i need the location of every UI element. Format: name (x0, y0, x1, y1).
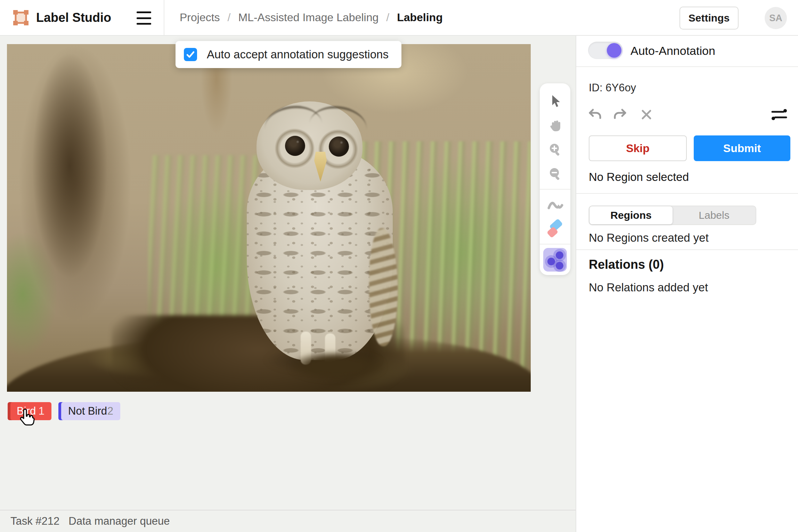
mouse-cursor-hand-icon (18, 408, 38, 429)
sliders-icon (771, 107, 788, 122)
zoom-out-tool-button[interactable] (543, 162, 567, 186)
breadcrumb-separator: / (386, 11, 389, 24)
redo-icon (612, 108, 628, 122)
label-chip-hotkey: 2 (107, 405, 113, 417)
hamburger-menu-icon[interactable] (137, 11, 151, 25)
pan-tool-button[interactable] (543, 113, 567, 138)
hamburger-bar (137, 23, 151, 25)
queue-name: Data manager queue (68, 515, 170, 527)
label-chip-text: Not Bird (68, 405, 107, 417)
hamburger-bar (137, 11, 151, 13)
magic-wand-tool-button-active[interactable] (543, 248, 567, 272)
sidebar-divider (576, 193, 798, 194)
undo-icon (587, 108, 603, 122)
skip-button[interactable]: Skip (589, 135, 687, 161)
breadcrumb-projects[interactable]: Projects (180, 11, 220, 24)
auto-accept-popup: Auto accept annotation suggestions (176, 41, 401, 68)
owl-eye (285, 136, 305, 156)
skip-button-label: Skip (626, 142, 650, 155)
eraser-tool-button[interactable] (543, 217, 567, 241)
breadcrumb-current-labeling: Labeling (397, 11, 443, 24)
hand-icon (547, 118, 563, 133)
annotation-toolbar (540, 83, 570, 275)
magic-wand-dot (547, 258, 555, 265)
auto-annotation-toggle[interactable] (588, 42, 623, 59)
toolbar-divider (540, 244, 570, 244)
reset-button[interactable] (638, 107, 655, 122)
task-image-canvas[interactable] (7, 44, 531, 392)
settings-button-label: Settings (689, 12, 730, 24)
undo-button[interactable] (587, 107, 603, 122)
auto-annotation-label: Auto-Annotation (630, 44, 715, 58)
annotation-sidebar: Auto-Annotation ID: 6Y6oy Skip Submit No… (576, 36, 798, 532)
top-header: Label Studio Projects / ML-Assisted Imag… (0, 0, 798, 36)
submit-button[interactable]: Submit (694, 135, 790, 161)
tab-regions[interactable]: Regions (589, 206, 673, 224)
breadcrumb: Projects / ML-Assisted Image Labeling / … (180, 0, 443, 35)
zoom-out-icon (547, 166, 563, 182)
no-region-text: No Region selected (589, 171, 689, 184)
toggle-knob (607, 43, 621, 58)
cursor-tool-button[interactable] (543, 89, 567, 113)
breadcrumb-separator: / (228, 11, 231, 24)
avatar-initials: SA (769, 13, 782, 24)
regions-labels-tabs: Regions Labels (589, 206, 756, 225)
sidebar-divider (576, 249, 798, 250)
auto-accept-checkbox[interactable] (184, 48, 197, 61)
breadcrumb-project-name[interactable]: ML-Assisted Image Labeling (238, 11, 378, 24)
auto-accept-label[interactable]: Auto accept annotation suggestions (207, 48, 389, 61)
checkmark-icon (186, 50, 195, 59)
annotation-id: ID: 6Y6oy (589, 82, 636, 94)
task-number: Task #212 (10, 515, 59, 527)
relations-section-title: Relations (0) (589, 257, 664, 272)
toolbar-divider (540, 189, 570, 190)
tab-labels[interactable]: Labels (673, 206, 756, 224)
task-status-bar: Task #212 Data manager queue (0, 510, 576, 532)
close-icon (640, 108, 653, 121)
tab-regions-label: Regions (610, 209, 651, 221)
zoom-in-tool-button[interactable] (543, 138, 567, 162)
relations-empty-text: No Relations added yet (589, 281, 708, 294)
label-chip-hotkey: 1 (39, 405, 44, 417)
zoom-in-icon (547, 142, 563, 157)
redo-button[interactable] (612, 107, 628, 122)
user-avatar[interactable]: SA (765, 7, 787, 29)
header-divider (164, 0, 164, 35)
settings-button[interactable]: Settings (679, 7, 739, 30)
owl-eye (329, 136, 349, 157)
photo-foreground-moss (290, 351, 384, 381)
cursor-icon (547, 93, 563, 109)
app-title: Label Studio (36, 10, 111, 25)
label-studio-logo-icon (13, 9, 29, 26)
brush-icon (547, 197, 563, 212)
brush-tool-button[interactable] (543, 192, 567, 217)
regions-empty-text: No Regions created yet (589, 231, 709, 244)
tab-labels-label: Labels (699, 209, 729, 221)
view-settings-button[interactable] (771, 107, 788, 122)
label-chip-not-bird[interactable]: Not Bird 2 (58, 402, 120, 420)
eraser-icon (545, 220, 565, 238)
sidebar-divider (576, 66, 798, 67)
magic-wand-dot (556, 251, 563, 259)
submit-button-label: Submit (723, 142, 761, 155)
hamburger-bar (137, 17, 151, 19)
magic-wand-dot (556, 262, 563, 269)
